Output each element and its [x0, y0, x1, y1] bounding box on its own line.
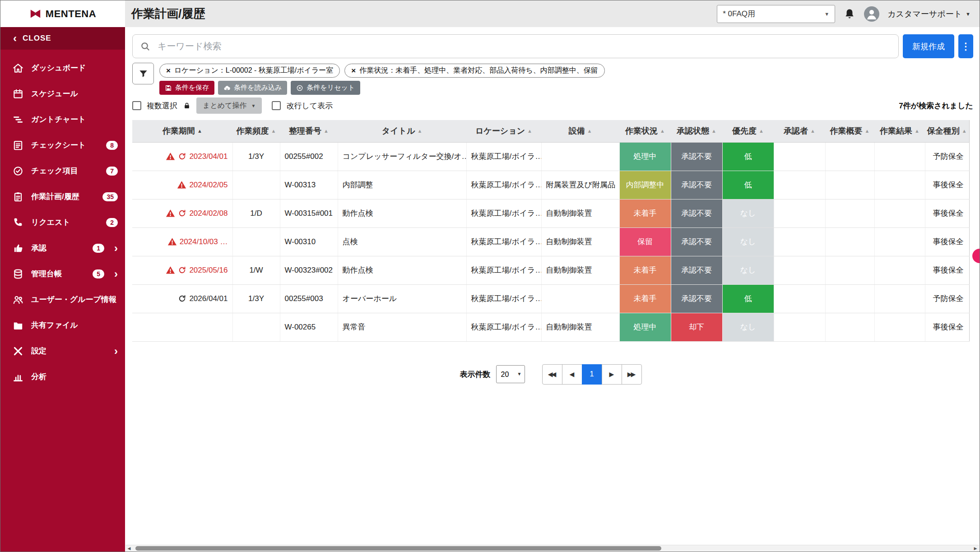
- column-header-7[interactable]: 作業状況▲: [619, 120, 671, 142]
- frequency-cell: [232, 171, 280, 199]
- chip-label: 作業状況：未着手、処理中、業者対応、部品入荷待ち、内部調整中、保留: [359, 66, 598, 75]
- table-row[interactable]: W-00265異常音秋葉原工場/ボイラ…自動制御装置処理中却下なし事後保全: [132, 313, 969, 341]
- column-header-1[interactable]: 作業期間▲: [132, 120, 232, 142]
- reset-conditions-button[interactable]: 条件をリセット: [291, 81, 360, 95]
- brand-logo[interactable]: MENTENA: [0, 0, 125, 27]
- summary-cell: [825, 256, 874, 284]
- sort-asc-icon: ▲: [660, 128, 665, 134]
- sidebar-item-label: 管理台帳: [31, 269, 85, 279]
- sidebar-item-label: 分析: [31, 371, 118, 382]
- scroll-right-arrow[interactable]: ▶: [972, 546, 979, 551]
- circle-x-icon: [296, 84, 303, 92]
- table-row[interactable]: 2026/04/011/3Y00255#003オーバーホール秋葉原工場/ボイラ……: [132, 284, 969, 313]
- bulk-action-button[interactable]: まとめて操作 ▼: [196, 97, 262, 114]
- sort-asc-icon: ▲: [711, 128, 716, 134]
- result-cell: [874, 227, 925, 256]
- result-cell: [874, 171, 925, 199]
- user-menu[interactable]: カスタマーサポート ▼: [887, 9, 971, 19]
- table-row[interactable]: 2024/10/03 …W-00310点検秋葉原工場/ボイラ…自動制御装置保留承…: [132, 227, 969, 256]
- sidebar-item-label: ダッシュボード: [31, 63, 118, 73]
- avatar[interactable]: [864, 6, 879, 22]
- multi-select-checkbox[interactable]: [132, 101, 141, 110]
- title-cell: 動作点検: [338, 199, 466, 227]
- gantt-icon: [12, 114, 24, 125]
- status-cell: 未着手: [619, 284, 671, 313]
- scrollbar-thumb[interactable]: [135, 546, 661, 551]
- ref-no-cell: 00255#003: [280, 284, 338, 313]
- column-header-6[interactable]: 設備▲: [541, 120, 619, 142]
- frequency-cell: [232, 227, 280, 256]
- equipment-cell: 附属装置及び附属品: [541, 171, 619, 199]
- prev-page-button[interactable]: ◀: [562, 364, 582, 385]
- sidebar-item[interactable]: 設定›: [0, 338, 125, 364]
- first-page-button[interactable]: ◀◀: [542, 364, 562, 385]
- location-cell: 秋葉原工場/ボイラ…: [466, 284, 541, 313]
- horizontal-scrollbar[interactable]: ◀ ▶: [125, 545, 979, 551]
- priority-cell: なし: [722, 227, 774, 256]
- title-cell: コンプレッサーフィルター交換/オ…: [338, 142, 466, 171]
- column-header-13[interactable]: 保全種別▲: [925, 120, 969, 142]
- sort-asc-icon: ▲: [962, 128, 967, 134]
- sidebar-item[interactable]: ダッシュボード: [0, 55, 125, 81]
- sidebar-item[interactable]: 共有ファイル: [0, 312, 125, 338]
- wrap-display-checkbox[interactable]: [272, 101, 281, 110]
- table-row[interactable]: 2024/02/05W-00313内部調整秋葉原工場/ボイラ…附属装置及び附属品…: [132, 171, 969, 199]
- filter-button[interactable]: [132, 63, 154, 84]
- workspace-select[interactable]: * 0FAQ用 ▼: [717, 5, 835, 23]
- approver-cell: [774, 171, 825, 199]
- column-header-3[interactable]: 整理番号▲: [280, 120, 338, 142]
- load-conditions-button[interactable]: 条件を読み込み: [218, 81, 287, 95]
- sidebar-item[interactable]: 承認1›: [0, 235, 125, 261]
- period-cell: 2025/05/16: [132, 256, 232, 284]
- tools-icon: [12, 345, 24, 357]
- save-conditions-button[interactable]: 条件を保存: [159, 81, 214, 95]
- sidebar-item[interactable]: スケジュール: [0, 81, 125, 107]
- next-page-button[interactable]: ▶: [602, 364, 622, 385]
- chevron-down-icon: ▼: [824, 11, 829, 17]
- column-header-2[interactable]: 作業頻度▲: [232, 120, 280, 142]
- column-header-4[interactable]: タイトル▲: [338, 120, 466, 142]
- sidebar-collapse-button[interactable]: ‹ CLOSE: [0, 27, 125, 50]
- column-header-9[interactable]: 優先度▲: [722, 120, 774, 142]
- create-new-button[interactable]: 新規作成: [903, 34, 954, 58]
- maintenance-type-cell: 予防保全: [925, 142, 969, 171]
- table-row[interactable]: 2023/04/011/3Y00255#002コンプレッサーフィルター交換/オ……: [132, 142, 969, 171]
- column-header-10[interactable]: 承認者▲: [774, 120, 825, 142]
- last-page-button[interactable]: ▶▶: [622, 364, 642, 385]
- work-date: 2025/05/16: [189, 266, 228, 275]
- work-date: 2026/04/01: [189, 294, 228, 303]
- column-header-11[interactable]: 作業概要▲: [825, 120, 874, 142]
- location-cell: 秋葉原工場/ボイラ…: [466, 142, 541, 171]
- alert-icon: [166, 209, 175, 218]
- chevron-down-icon: ▼: [251, 103, 256, 108]
- sidebar-item[interactable]: 作業計画/履歴35: [0, 184, 125, 209]
- column-header-8[interactable]: 承認状態▲: [671, 120, 722, 142]
- title-cell: 異常音: [338, 313, 466, 341]
- search-input[interactable]: [157, 41, 891, 52]
- status-cell: 未着手: [619, 199, 671, 227]
- table-header-row: 作業期間▲作業頻度▲整理番号▲タイトル▲ロケーション▲設備▲作業状況▲承認状態▲…: [132, 120, 969, 142]
- chip-label: ロケーション：L-00002 - 秋葉原工場/ボイラー室: [174, 66, 333, 75]
- sidebar-item[interactable]: 分析: [0, 364, 125, 390]
- summary-cell: [825, 284, 874, 313]
- sidebar-item[interactable]: リクエスト2: [0, 209, 125, 235]
- scroll-left-arrow[interactable]: ◀: [125, 546, 133, 551]
- sidebar-item[interactable]: チェック項目7: [0, 158, 125, 184]
- chevron-right-icon: ›: [114, 242, 118, 255]
- more-options-button[interactable]: ⋮: [958, 34, 973, 58]
- column-header-12[interactable]: 作業結果▲: [874, 120, 925, 142]
- sidebar-item[interactable]: チェックシート8: [0, 132, 125, 158]
- page-size-label: 表示件数: [460, 369, 491, 380]
- column-header-5[interactable]: ロケーション▲: [466, 120, 541, 142]
- page-1-button[interactable]: 1: [582, 364, 602, 385]
- remove-chip-icon[interactable]: ×: [166, 66, 171, 75]
- remove-chip-icon[interactable]: ×: [351, 66, 356, 75]
- page-size-select[interactable]: 20: [496, 365, 525, 383]
- scrollbar-track[interactable]: [133, 545, 972, 552]
- sidebar-item[interactable]: 管理台帳5›: [0, 261, 125, 287]
- sidebar-item[interactable]: ガントチャート: [0, 107, 125, 132]
- table-row[interactable]: 2024/02/081/DW-00315#001動作点検秋葉原工場/ボイラ…自動…: [132, 199, 969, 227]
- sidebar-item[interactable]: ユーザー・グループ情報: [0, 287, 125, 312]
- table-row[interactable]: 2025/05/161/WW-00323#002動作点検秋葉原工場/ボイラ…自動…: [132, 256, 969, 284]
- notifications-icon[interactable]: [843, 8, 856, 20]
